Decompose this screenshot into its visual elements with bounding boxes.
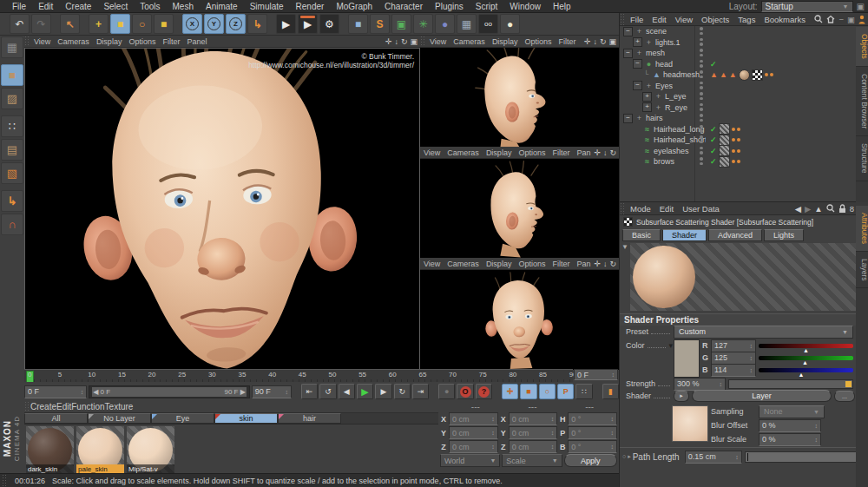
grip-handle[interactable] [620, 13, 626, 25]
goto-end-button[interactable]: ⇥ [412, 384, 429, 399]
add-primitive-icon[interactable]: ■ [348, 14, 368, 34]
key-rotation-toggle[interactable]: ○ [539, 384, 556, 399]
uvw-tag-icon[interactable] [752, 69, 763, 81]
visibility-dots[interactable] [696, 82, 707, 89]
space-dropdown[interactable]: World▼ [440, 454, 500, 467]
expander-icon[interactable]: − [633, 81, 642, 90]
shader-more-button[interactable]: ... [834, 391, 855, 402]
layer-tab-skin[interactable]: skin [214, 413, 278, 424]
scale-tool-icon[interactable]: ■ [110, 14, 130, 34]
menu-help[interactable]: Help [547, 2, 577, 11]
visibility-dots[interactable] [696, 70, 707, 78]
add-generator-icon[interactable]: ▣ [391, 14, 411, 34]
material-menu-function[interactable]: Function [71, 402, 104, 411]
blur-offset-field[interactable]: 0 %↕ [759, 419, 821, 432]
points-mode-icon[interactable]: ∷ [1, 115, 23, 137]
viewport-menu-display[interactable]: Display [96, 37, 122, 46]
viewport-menu-panel[interactable]: Panel [187, 37, 207, 46]
grip-handle[interactable] [24, 36, 30, 47]
menu-file[interactable]: File [6, 2, 32, 11]
green-slider[interactable]: ▲ [759, 356, 853, 360]
next-key-button[interactable]: ↻ [394, 384, 411, 399]
layer-tab-hair[interactable]: hair [278, 413, 341, 424]
coord-field[interactable]: 0 °↕ [568, 412, 617, 425]
tree-item-head[interactable]: −●head✓ [620, 59, 868, 70]
polygons-mode-icon[interactable]: ▧ [1, 162, 23, 184]
current-frame-field[interactable]: 0 F↕ [574, 369, 618, 380]
tree-item-hairhead_long[interactable]: ≈Hairhead_long✓ [620, 124, 868, 135]
coord-field[interactable]: 0 °↕ [568, 440, 617, 453]
viewport-front[interactable]: ViewCamerasDisplayOptionsFilterPan✛↓↻▣ [420, 258, 619, 370]
attr-tab-basic[interactable]: Basic [622, 229, 661, 241]
add-deformer-icon[interactable]: ✳ [413, 14, 433, 34]
material-menu-texture[interactable]: Texture [105, 402, 134, 411]
menu-tools[interactable]: Tools [134, 2, 166, 11]
grip-handle[interactable] [2, 474, 8, 487]
zoom-icon[interactable]: ↓ [603, 260, 608, 268]
layer-tab-no-layer[interactable]: No Layer [88, 413, 151, 424]
viewport-perspective[interactable]: ViewCamerasDisplayOptionsFilterPanel✛↓↻▣ [24, 36, 420, 369]
menu-render[interactable]: Render [290, 2, 331, 11]
snap-icon[interactable]: ∩ [1, 214, 23, 235]
om-menu-tags[interactable]: Tags [738, 15, 755, 24]
visibility-dots[interactable] [696, 147, 707, 155]
coord-field[interactable]: 0 cm↕ [449, 412, 498, 425]
key-position-toggle[interactable]: ✛ [502, 384, 518, 399]
viewport-menu-options[interactable]: Options [518, 260, 545, 268]
rotate-view-icon[interactable]: ↻ [401, 37, 408, 46]
tree-item-eyelashes[interactable]: ≈eyelashes✓ [620, 146, 868, 157]
enabled-check-icon[interactable]: ✓ [710, 125, 717, 134]
pan-icon[interactable]: ✛ [385, 37, 392, 46]
menu-mesh[interactable]: Mesh [167, 2, 200, 11]
path-length-slider[interactable] [745, 451, 858, 463]
menu-select[interactable]: Select [97, 2, 134, 11]
attr-tab-advanced[interactable]: Advanced [708, 229, 762, 241]
autokey-button[interactable]: ? [476, 384, 492, 399]
tree-item-scene[interactable]: −+scene [620, 26, 868, 37]
render-settings-icon[interactable]: ⚙ [319, 14, 339, 34]
expander-icon[interactable]: + [642, 102, 652, 112]
viewport-menu-view[interactable]: View [424, 148, 440, 157]
material-menu-edit[interactable]: Edit [56, 402, 71, 411]
tree-item-headmesh[interactable]: └▲headmesh▲▲▲ [620, 69, 868, 81]
selection-tag-icon[interactable]: ▲ [729, 70, 737, 79]
selection-tag-icon[interactable]: ▲ [710, 70, 718, 79]
expander-icon[interactable]: − [623, 49, 633, 58]
attr-tab-lights[interactable]: Lights [764, 229, 804, 241]
red-field[interactable]: 127↕ [711, 339, 756, 352]
visibility-dots[interactable] [696, 157, 707, 165]
menu-create[interactable]: Create [59, 2, 97, 11]
record-button[interactable]: ● [438, 384, 455, 399]
rotate-view-icon[interactable]: ↻ [609, 260, 616, 268]
viewport-menu-options[interactable]: Options [524, 37, 551, 46]
viewport-menu-cameras[interactable]: Cameras [57, 37, 89, 46]
coord-field[interactable]: 0 cm↕ [509, 440, 558, 453]
strength-field[interactable]: 300 %↕ [674, 378, 726, 391]
next-frame-button[interactable]: ▶ [375, 384, 391, 399]
enabled-check-icon[interactable]: ✓ [710, 135, 717, 144]
tree-item-r_eye[interactable]: ++R_eye [620, 102, 868, 114]
x-axis-lock-icon[interactable]: X [182, 14, 202, 34]
om-menu-file[interactable]: File [630, 15, 643, 24]
frame-start-field[interactable]: 0 F↕ [24, 385, 87, 398]
visibility-dots[interactable] [696, 92, 707, 100]
panel-tab-structure[interactable]: Structure [856, 136, 868, 181]
expander-icon[interactable]: + [642, 92, 652, 102]
viewport-menu-options[interactable]: Options [128, 37, 155, 46]
menu-animate[interactable]: Animate [200, 2, 244, 11]
coord-system-icon[interactable]: ↳ [247, 14, 267, 34]
visibility-dots[interactable] [696, 27, 707, 35]
parent-icon[interactable]: ▲ [814, 204, 822, 214]
viewport-menu-cameras[interactable]: Cameras [447, 148, 479, 157]
visibility-dots[interactable] [696, 103, 707, 111]
coord-field[interactable]: 0 cm↕ [449, 440, 498, 453]
expander-icon[interactable]: − [623, 27, 633, 36]
frame-range-slider[interactable]: ◀ 0 F90 F ▶ [89, 385, 250, 398]
add-spline-icon[interactable]: S [370, 14, 390, 34]
prev-frame-button[interactable]: ◀ [339, 384, 355, 399]
add-environment-icon[interactable]: ● [435, 14, 455, 34]
viewport-menu-filter[interactable]: Filter [552, 260, 569, 268]
key-scale-toggle[interactable]: ■ [520, 384, 536, 399]
expander-icon[interactable]: − [623, 114, 633, 123]
attr-tab-shader[interactable]: Shader [662, 229, 707, 241]
